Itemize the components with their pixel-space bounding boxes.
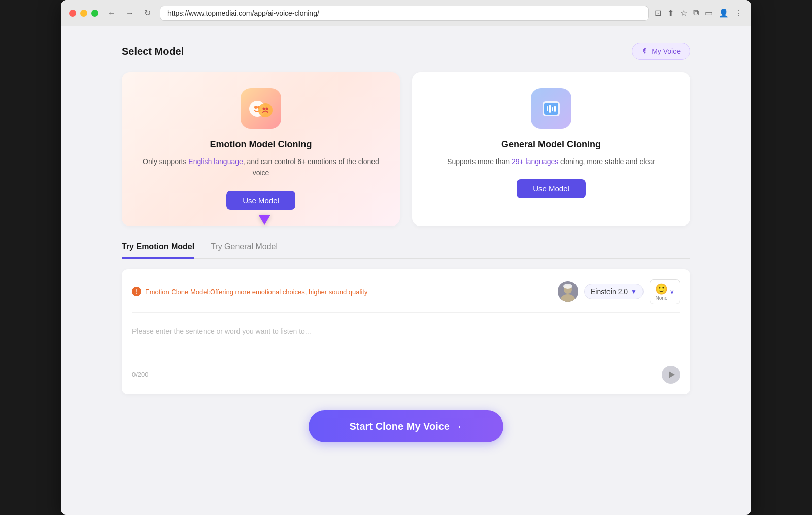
- svg-point-15: [563, 284, 572, 289]
- title-bar: ← → ↻ https://www.topmediai.com/app/ai-v…: [61, 0, 751, 26]
- voice-name-label: Einstein 2.0: [591, 287, 628, 296]
- bookmark-icon[interactable]: ⊡: [655, 8, 661, 18]
- try-header: ! Emotion Clone Model:Offering more emot…: [132, 279, 680, 313]
- maximize-button[interactable]: [91, 10, 98, 17]
- emotion-box: 🙂 None: [655, 283, 668, 301]
- extension-icon[interactable]: ⧉: [693, 8, 699, 18]
- browser-window: ← → ↻ https://www.topmediai.com/app/ai-v…: [61, 0, 751, 515]
- text-area-footer: 0/200: [132, 362, 680, 384]
- sidebar-icon[interactable]: ▭: [705, 8, 713, 18]
- menu-icon[interactable]: ⋮: [735, 8, 743, 18]
- general-model-desc: Supports more than 29+ languages cloning…: [447, 156, 655, 167]
- general-model-card: General Model Cloning Supports more than…: [412, 72, 690, 226]
- page-title: Select Model: [122, 46, 184, 57]
- svg-rect-11: [554, 106, 556, 112]
- my-voice-icon: 🎙: [641, 47, 649, 55]
- voice-avatar: [558, 281, 578, 302]
- svg-rect-7: [544, 103, 558, 115]
- emotion-model-name: Emotion Model Cloning: [210, 139, 312, 150]
- star-icon[interactable]: ☆: [680, 8, 687, 18]
- notice-text: Emotion Clone Model:Offering more emotio…: [145, 288, 367, 296]
- emotion-model-desc: Only supports English language, and can …: [134, 156, 388, 179]
- my-voice-label: My Voice: [652, 47, 681, 55]
- start-clone-button[interactable]: Start Clone My Voice →: [309, 410, 503, 442]
- emotion-emoji: 🙂: [655, 283, 668, 295]
- browser-icons: ⊡ ⬆ ☆ ⧉ ▭ 👤 ⋮: [655, 8, 743, 18]
- svg-point-3: [258, 103, 273, 117]
- share-icon[interactable]: ⬆: [667, 8, 674, 18]
- tab-emotion-model[interactable]: Try Emotion Model: [122, 242, 194, 259]
- emotion-selector[interactable]: 🙂 None ∨: [650, 279, 680, 304]
- emotion-model-icon: [241, 88, 281, 129]
- my-voice-button[interactable]: 🎙 My Voice: [632, 43, 690, 60]
- tab-general-model[interactable]: Try General Model: [211, 242, 278, 259]
- svg-rect-8: [547, 106, 548, 111]
- start-btn-container: Start Clone My Voice →: [122, 410, 690, 442]
- minimize-button[interactable]: [80, 10, 87, 17]
- svg-rect-9: [549, 105, 551, 113]
- back-button[interactable]: ←: [105, 7, 119, 20]
- english-language-link[interactable]: English language: [188, 157, 243, 166]
- emotion-model-card: Emotion Model Cloning Only supports Engl…: [122, 72, 400, 226]
- voice-selector: Einstein 2.0 ▼ 🙂 None ∨: [558, 279, 680, 304]
- nav-buttons: ← → ↻: [105, 6, 154, 20]
- model-tabs: Try Emotion Model Try General Model: [122, 242, 690, 259]
- languages-link[interactable]: 29+ languages: [512, 157, 558, 166]
- profile-icon[interactable]: 👤: [719, 8, 729, 18]
- notice-icon: !: [132, 287, 141, 296]
- page-header: Select Model 🎙 My Voice: [122, 43, 690, 60]
- emotion-dropdown-arrow: ∨: [670, 288, 674, 295]
- refresh-button[interactable]: ↻: [141, 6, 154, 20]
- close-button[interactable]: [69, 10, 76, 17]
- char-count: 0/200: [132, 371, 149, 378]
- general-model-name: General Model Cloning: [501, 139, 601, 150]
- svg-point-5: [266, 108, 268, 110]
- voice-name-selector[interactable]: Einstein 2.0 ▼: [584, 284, 644, 299]
- general-use-model-button[interactable]: Use Model: [517, 179, 586, 198]
- emotion-label-text: None: [656, 295, 668, 301]
- try-section: ! Emotion Clone Model:Offering more emot…: [122, 269, 690, 394]
- svg-rect-10: [552, 107, 553, 111]
- address-bar[interactable]: https://www.topmediai.com/app/ai-voice-c…: [160, 6, 649, 21]
- text-placeholder: Please enter the sentence or word you wa…: [132, 327, 680, 335]
- page-content: Select Model 🎙 My Voice: [61, 26, 751, 515]
- forward-button[interactable]: →: [123, 7, 137, 20]
- emotion-use-model-button[interactable]: Use Model: [226, 191, 295, 210]
- model-cards: Emotion Model Cloning Only supports Engl…: [122, 72, 690, 226]
- text-input-area[interactable]: Please enter the sentence or word you wa…: [132, 321, 680, 362]
- voice-dropdown-arrow: ▼: [631, 288, 637, 295]
- svg-point-4: [263, 108, 265, 110]
- traffic-lights: [69, 10, 98, 17]
- general-model-icon: [531, 88, 571, 129]
- try-notice: ! Emotion Clone Model:Offering more emot…: [132, 287, 367, 296]
- play-button[interactable]: [662, 366, 680, 384]
- svg-point-1: [254, 106, 257, 109]
